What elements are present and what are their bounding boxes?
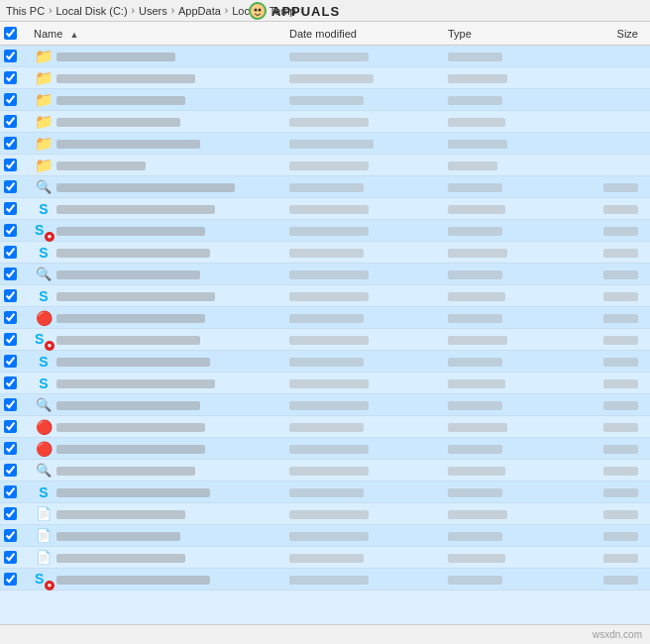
blurred-date <box>289 336 369 345</box>
column-header-name[interactable]: Name ▲ <box>34 28 289 40</box>
column-header-size[interactable]: Size <box>567 28 646 40</box>
row-checkbox[interactable] <box>4 50 34 62</box>
row-file-icon: 🔴 <box>34 440 54 458</box>
blurred-type <box>448 74 507 83</box>
table-row[interactable]: S <box>0 482 650 503</box>
row-checkbox[interactable] <box>4 355 34 368</box>
table-row[interactable]: 📁 <box>0 67 650 89</box>
row-checkbox[interactable] <box>4 180 34 193</box>
table-row[interactable]: S ● <box>0 329 650 351</box>
row-file-name <box>56 203 289 215</box>
row-select-checkbox[interactable] <box>4 420 17 433</box>
table-row[interactable]: S <box>0 373 650 394</box>
table-row[interactable]: 📄 <box>0 525 650 547</box>
row-select-checkbox[interactable] <box>4 289 17 302</box>
row-select-checkbox[interactable] <box>4 355 17 368</box>
blurred-type <box>448 423 507 432</box>
row-checkbox[interactable] <box>4 573 34 586</box>
row-checkbox[interactable] <box>4 464 34 477</box>
table-row[interactable]: 📁 <box>0 46 650 67</box>
row-checkbox[interactable] <box>4 159 34 171</box>
row-checkbox[interactable] <box>4 529 34 542</box>
table-row[interactable]: 📁 <box>0 155 650 176</box>
table-row[interactable]: 🔍 <box>0 264 650 285</box>
row-checkbox[interactable] <box>4 507 34 520</box>
row-select-checkbox[interactable] <box>4 464 17 477</box>
column-header-date[interactable]: Date modified <box>289 28 448 40</box>
row-checkbox[interactable] <box>4 137 34 150</box>
table-row[interactable]: 🔴 <box>0 416 650 438</box>
row-select-checkbox[interactable] <box>4 224 17 237</box>
row-select-checkbox[interactable] <box>4 529 17 542</box>
row-select-checkbox[interactable] <box>4 442 17 455</box>
row-file-name <box>56 574 289 586</box>
row-select-checkbox[interactable] <box>4 398 17 411</box>
row-checkbox[interactable] <box>4 333 34 346</box>
row-select-checkbox[interactable] <box>4 551 17 564</box>
table-row[interactable]: 🔴 <box>0 438 650 460</box>
row-file-icon: 📁 <box>34 48 54 65</box>
table-row[interactable]: 📁 <box>0 133 650 155</box>
row-select-checkbox[interactable] <box>4 507 17 520</box>
row-checkbox[interactable] <box>4 93 34 106</box>
breadcrumb-part[interactable]: Users <box>139 5 167 17</box>
row-checkbox[interactable] <box>4 115 34 128</box>
blurred-type <box>448 53 502 61</box>
row-checkbox[interactable] <box>4 485 34 498</box>
breadcrumb-part[interactable]: Local <box>232 5 258 17</box>
table-row[interactable]: 📄 <box>0 547 650 569</box>
row-checkbox[interactable] <box>4 224 34 237</box>
row-checkbox[interactable] <box>4 442 34 455</box>
row-select-checkbox[interactable] <box>4 159 17 171</box>
row-checkbox[interactable] <box>4 551 34 564</box>
breadcrumb-part[interactable]: AppData <box>178 5 221 17</box>
table-row[interactable]: S ● <box>0 220 650 242</box>
table-row[interactable]: S ● <box>0 569 650 590</box>
breadcrumb-part[interactable]: Temp <box>270 5 296 17</box>
row-select-checkbox[interactable] <box>4 485 17 498</box>
row-select-checkbox[interactable] <box>4 50 17 62</box>
row-select-checkbox[interactable] <box>4 573 17 586</box>
table-row[interactable]: 📁 <box>0 111 650 133</box>
row-date-modified <box>289 72 448 84</box>
row-select-checkbox[interactable] <box>4 376 17 389</box>
row-checkbox[interactable] <box>4 376 34 389</box>
row-checkbox[interactable] <box>4 202 34 215</box>
row-checkbox[interactable] <box>4 71 34 84</box>
row-select-checkbox[interactable] <box>4 93 17 106</box>
row-select-checkbox[interactable] <box>4 202 17 215</box>
row-checkbox[interactable] <box>4 398 34 411</box>
table-row[interactable]: S <box>0 285 650 307</box>
row-checkbox[interactable] <box>4 311 34 324</box>
table-row[interactable]: S <box>0 242 650 264</box>
table-row[interactable]: 🔍 <box>0 394 650 416</box>
row-checkbox[interactable] <box>4 289 34 302</box>
row-select-checkbox[interactable] <box>4 71 17 84</box>
breadcrumb-separator: › <box>132 5 135 16</box>
table-row[interactable]: S <box>0 351 650 373</box>
row-select-checkbox[interactable] <box>4 137 17 150</box>
column-header-type[interactable]: Type <box>448 28 567 40</box>
row-file-type <box>448 399 567 411</box>
table-row[interactable]: 🔍 <box>0 460 650 482</box>
row-select-checkbox[interactable] <box>4 268 17 280</box>
table-row[interactable]: 🔴 <box>0 307 650 329</box>
row-date-modified <box>289 138 448 150</box>
row-checkbox[interactable] <box>4 246 34 259</box>
select-all-checkbox[interactable] <box>4 27 17 40</box>
table-row[interactable]: 📄 <box>0 503 650 525</box>
watermark-text: wsxdn.com <box>593 629 642 640</box>
row-select-checkbox[interactable] <box>4 246 17 259</box>
row-checkbox[interactable] <box>4 420 34 433</box>
table-row[interactable]: 🔍 <box>0 176 650 198</box>
row-select-checkbox[interactable] <box>4 115 17 128</box>
row-select-checkbox[interactable] <box>4 333 17 346</box>
table-row[interactable]: S <box>0 198 650 220</box>
row-select-checkbox[interactable] <box>4 180 17 193</box>
table-row[interactable]: 📁 <box>0 89 650 111</box>
breadcrumb-part[interactable]: Local Disk (C:) <box>55 5 127 17</box>
skype-icon: S <box>39 376 48 391</box>
row-select-checkbox[interactable] <box>4 311 17 324</box>
blurred-name <box>56 510 185 519</box>
row-checkbox[interactable] <box>4 268 34 280</box>
